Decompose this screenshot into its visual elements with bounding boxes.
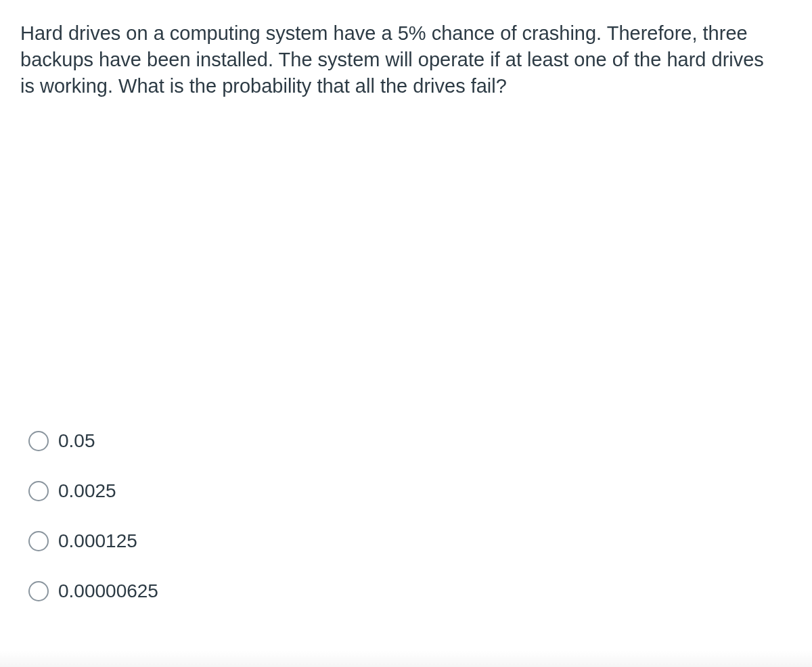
radio-button[interactable] [28,481,49,501]
option-label: 0.0025 [58,482,116,501]
question-text: Hard drives on a computing system have a… [20,20,765,99]
option-row[interactable]: 0.00000625 [28,581,792,601]
radio-button[interactable] [28,581,49,601]
option-row[interactable]: 0.05 [28,431,792,451]
option-label: 0.00000625 [58,582,158,601]
option-label: 0.000125 [58,532,137,551]
bottom-fade [0,651,812,667]
option-row[interactable]: 0.000125 [28,531,792,551]
radio-button[interactable] [28,431,49,451]
option-label: 0.05 [58,432,95,451]
options-group: 0.05 0.0025 0.000125 0.00000625 [20,431,792,601]
option-row[interactable]: 0.0025 [28,481,792,501]
radio-button[interactable] [28,531,49,551]
